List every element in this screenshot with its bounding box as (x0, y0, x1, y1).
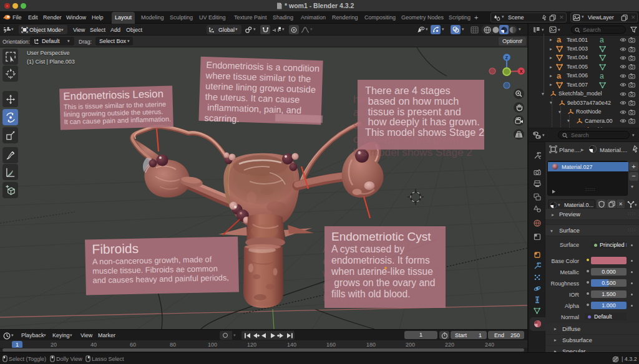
svg-text:Z: Z (505, 55, 509, 60)
svg-text:X: X (520, 69, 523, 74)
